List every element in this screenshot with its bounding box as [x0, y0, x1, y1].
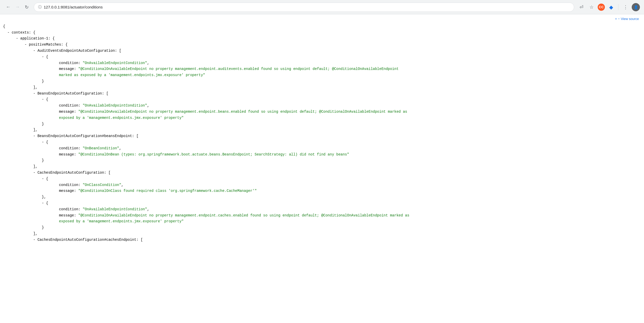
- content-area: + − View source { - contexts: { - applic…: [0, 14, 644, 323]
- extension-icon-blue[interactable]: ◆: [607, 3, 615, 11]
- view-source-label[interactable]: View source: [621, 16, 639, 22]
- profile-avatar[interactable]: 👤: [632, 3, 640, 11]
- forward-button[interactable]: →: [13, 3, 21, 11]
- extension-icon-orange[interactable]: CC: [598, 4, 605, 11]
- view-source-button[interactable]: + − View source: [615, 16, 639, 22]
- back-button[interactable]: ←: [4, 3, 12, 11]
- url-text: 127.0.0.1:8081/actuator/conditions: [44, 5, 103, 9]
- refresh-button[interactable]: ↻: [23, 3, 31, 11]
- lock-icon: ⓘ: [38, 5, 42, 9]
- toolbar-divider: [618, 4, 618, 10]
- menu-icon[interactable]: ⋮: [621, 3, 630, 11]
- cast-icon[interactable]: ⏎: [577, 3, 585, 11]
- browser-chrome: ← → ↻ ⓘ 127.0.0.1:8081/actuator/conditio…: [0, 0, 644, 14]
- json-viewer: { - contexts: { - application-1: { - pos…: [3, 17, 644, 249]
- address-bar[interactable]: ⓘ 127.0.0.1:8081/actuator/conditions: [34, 3, 574, 12]
- bookmark-icon[interactable]: ☆: [587, 3, 596, 11]
- toolbar-right: ⏎ ☆ CC ◆ ⋮ 👤: [577, 3, 640, 11]
- nav-buttons: ← → ↻: [4, 3, 31, 11]
